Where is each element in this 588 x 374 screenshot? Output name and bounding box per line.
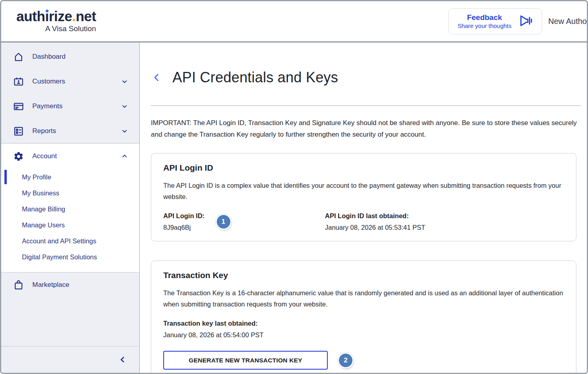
logo-tagline: A Visa Solution [16,24,96,34]
main-content: API Credentials and Keys IMPORTANT: The … [140,42,587,373]
sidebar-collapse-button[interactable] [116,353,129,366]
sidebar-item-marketplace[interactable]: Marketplace [1,273,139,297]
transaction-key-card: Transaction Key The Transaction Key is a… [151,261,576,373]
sidebar-item-label: Reports [32,127,56,135]
sidebar: Dashboard Customers [1,42,140,373]
transaction-key-obtained-block: Transaction key last obtained: January 0… [163,319,564,339]
chevron-up-icon [120,152,129,161]
transaction-key-card-description: The Transaction Key is a 16-character al… [163,287,564,310]
sidebar-item-customers[interactable]: Customers [1,69,139,94]
transaction-key-obtained-label: Transaction key last obtained: [163,319,263,327]
title-divider [151,105,581,106]
brand-wordmark: authırize.net [16,9,96,23]
sidebar-item-label: Payments [32,102,63,110]
api-login-id-column: API Login ID: 8J9aq6Bj 1 [163,212,325,231]
sidebar-subitem-digital-payment-solutions[interactable]: Digital Payment Solutions [1,249,139,265]
gear-icon [13,151,24,162]
api-login-card-description: The API Login ID is a complex value that… [163,180,564,202]
sidebar-item-label: Marketplace [32,281,69,289]
authorize-net-logo[interactable]: authırize.net A Visa Solution [16,9,96,34]
chevron-down-icon [120,102,129,111]
megaphone-icon [519,14,533,29]
page-title: API Credentials and Keys [172,68,338,87]
brand-amber-dot: . [72,8,75,24]
api-login-values-row: API Login ID: 8J9aq6Bj 1 API Login ID la… [163,212,564,231]
sidebar-subitem-my-business[interactable]: My Business [1,185,139,201]
credit-card-icon [13,101,24,112]
api-login-id-card: API Login ID The API Login ID is a compl… [151,153,576,241]
sidebar-subitem-account-api-settings[interactable]: Account and API Settings [1,233,139,249]
sidebar-item-account[interactable]: Account [1,143,139,169]
transaction-key-card-title: Transaction Key [163,271,564,280]
chevron-down-icon [120,127,129,135]
api-login-card-title: API Login ID [163,163,564,173]
header-right-group: Feedback Share your thoughts New Autho [448,8,587,34]
sidebar-subitem-manage-users[interactable]: Manage Users [1,217,139,233]
sidebar-subitem-manage-billing[interactable]: Manage Billing [1,201,139,217]
api-login-id-label: API Login ID: [163,212,205,220]
page-title-row: API Credentials and Keys [151,58,581,97]
annotation-badge-1: 1 [217,215,230,229]
sidebar-item-label: Dashboard [32,53,65,61]
new-experience-link[interactable]: New Autho [548,17,587,26]
sidebar-item-reports[interactable]: Reports [1,119,139,143]
generate-key-row: GENERATE NEW TRANSACTION KEY 2 [163,351,564,370]
api-login-obtained-value: January 08, 2026 at 05:53:41 PST [325,223,425,231]
app-window: authırize.net A Visa Solution Feedback S… [0,0,588,374]
api-login-obtained-column: API Login ID last obtained: January 08, … [325,212,425,231]
sidebar-marketplace-section: Marketplace [1,272,139,346]
back-button[interactable] [151,72,162,83]
annotation-badge-2: 2 [339,354,352,367]
important-notice: IMPORTANT: The API Login ID, Transaction… [151,117,581,140]
generate-new-transaction-key-button[interactable]: GENERATE NEW TRANSACTION KEY [163,351,328,370]
sidebar-account-section: Account My Profile My Business Manage Bi… [1,143,139,272]
sidebar-item-label: Account [32,152,57,160]
brand-i-blue-dot: ı [45,9,49,23]
chevron-down-icon [120,77,129,86]
sidebar-subitem-my-profile[interactable]: My Profile [1,169,139,185]
api-login-id-value: 8J9aq6Bj [163,223,205,231]
id-card-icon [13,76,24,87]
sidebar-item-dashboard[interactable]: Dashboard [1,44,139,69]
feedback-subtitle: Share your thoughts [457,22,511,30]
feedback-button[interactable]: Feedback Share your thoughts [448,8,542,34]
sidebar-top-section: Dashboard Customers [1,42,139,143]
sidebar-footer [1,346,139,373]
shopping-bag-icon [13,280,24,290]
report-icon [13,126,24,137]
body-row: Dashboard Customers [1,42,587,373]
api-login-obtained-label: API Login ID last obtained: [325,212,425,220]
feedback-title: Feedback [467,13,502,22]
home-icon [13,52,24,62]
top-header: authırize.net A Visa Solution Feedback S… [1,1,587,42]
transaction-key-obtained-value: January 08, 2026 at 05:54:00 PST [163,331,263,339]
sidebar-item-label: Customers [32,78,65,86]
sidebar-item-payments[interactable]: Payments [1,94,139,119]
